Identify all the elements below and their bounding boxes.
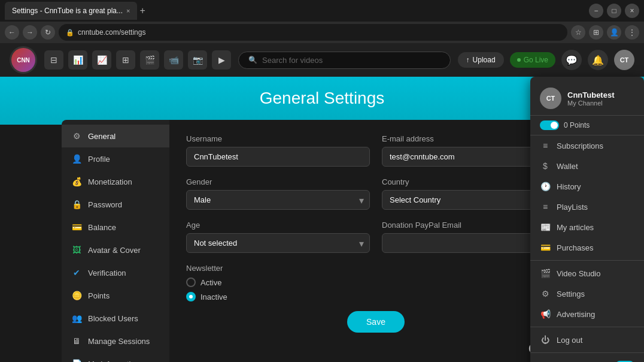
sidebar-item-sessions[interactable]: 🖥 Manage Sessions bbox=[62, 330, 169, 352]
tab-bar: Settings - CnnTube is a great pla... × +… bbox=[0, 0, 644, 22]
points-toggle[interactable] bbox=[540, 120, 559, 130]
sidebar-item-avatar[interactable]: 🖼 Avatar & Cover bbox=[62, 239, 169, 261]
dropdown-item-history[interactable]: 🕐 History bbox=[530, 176, 644, 197]
home-icon[interactable]: ⊟ bbox=[44, 50, 63, 70]
dropdown-item-settings[interactable]: ⚙ Settings bbox=[530, 283, 644, 304]
dropdown-item-purchases[interactable]: 💳 Purchases bbox=[530, 237, 644, 258]
dropdown-item-logout[interactable]: ⏻ Log out bbox=[530, 330, 644, 350]
avatar-icon: 🖼 bbox=[71, 245, 82, 255]
balance-icon: 💳 bbox=[71, 222, 82, 233]
grid-icon[interactable]: ⊞ bbox=[116, 50, 135, 70]
purchases-label: Purchases bbox=[557, 243, 593, 252]
settings-title: General Settings bbox=[260, 89, 385, 108]
sidebar-label-info: My Information bbox=[88, 360, 139, 363]
newsletter-inactive-option[interactable]: Inactive bbox=[186, 292, 566, 301]
dropdown-channel-label: My Channel bbox=[567, 99, 614, 107]
articles-label: My articles bbox=[557, 223, 594, 232]
dropdown-divider-3 bbox=[530, 352, 644, 353]
sidebar-label-avatar: Avatar & Cover bbox=[88, 246, 141, 255]
sidebar-item-password[interactable]: 🔒 Password bbox=[62, 193, 169, 216]
new-tab-button[interactable]: + bbox=[139, 5, 145, 16]
dropdown-item-advertising[interactable]: 📢 Advertising bbox=[530, 304, 644, 324]
purchases-icon: 💳 bbox=[540, 243, 551, 252]
form-group-age: Age Not selected bbox=[186, 221, 370, 253]
movies-icon[interactable]: 🎬 bbox=[140, 50, 159, 70]
username-input[interactable] bbox=[186, 147, 370, 167]
sidebar-label-monetization: Monetization bbox=[88, 177, 132, 186]
inactive-radio[interactable] bbox=[186, 292, 196, 301]
upload-button[interactable]: ↑ Upload bbox=[458, 52, 504, 68]
sidebar-item-points[interactable]: 🪙 Points bbox=[62, 284, 169, 307]
trending-icon[interactable]: 📈 bbox=[92, 50, 111, 70]
gender-select[interactable]: Male Female bbox=[186, 190, 370, 210]
gender-label: Gender bbox=[186, 177, 370, 186]
videos-icon[interactable]: 📹 bbox=[164, 50, 183, 70]
sidebar-item-verification[interactable]: ✔ Verification bbox=[62, 261, 169, 284]
form-row-gender-country: Gender Male Female Country Select bbox=[186, 177, 566, 210]
form-row-age-donation: Age Not selected Donation PayPal Email bbox=[186, 221, 566, 253]
settings-icon: ⚙ bbox=[540, 289, 551, 298]
minimize-icon[interactable]: − bbox=[589, 4, 603, 18]
active-radio[interactable] bbox=[186, 277, 196, 287]
newsletter-active-option[interactable]: Active bbox=[186, 277, 566, 287]
sidebar-item-blocked[interactable]: 👥 Blocked Users bbox=[62, 307, 169, 330]
sidebar-label-sessions: Manage Sessions bbox=[88, 337, 150, 346]
search-bar[interactable]: 🔍 Search for videos bbox=[238, 52, 451, 69]
extensions-icon[interactable]: ⊞ bbox=[589, 25, 603, 40]
site-header: CNN ⊟ 📊 📈 ⊞ 🎬 📹 📷 ▶ 🔍 Search for videos … bbox=[0, 43, 644, 77]
sidebar-item-monetization[interactable]: 💰 Monetization bbox=[62, 170, 169, 193]
dropdown-item-subscriptions[interactable]: ≡ Subscriptions bbox=[530, 135, 644, 156]
site-logo[interactable]: CNN bbox=[10, 46, 37, 74]
forward-button[interactable]: → bbox=[23, 25, 37, 40]
profile-icon[interactable]: 👤 bbox=[607, 25, 621, 40]
settings-sidebar: ⚙ General 👤 Profile 💰 Monetization 🔒 Pas… bbox=[62, 120, 169, 362]
dropdown-header: CT CnnTubetest My Channel bbox=[530, 82, 644, 116]
bookmark-icon[interactable]: ☆ bbox=[571, 25, 585, 40]
newsletter-label: Newsletter bbox=[186, 264, 566, 273]
reload-button[interactable]: ↻ bbox=[41, 25, 55, 40]
close-icon[interactable]: × bbox=[625, 4, 639, 18]
play-icon[interactable]: ▶ bbox=[212, 50, 231, 70]
address-bar[interactable]: 🔒 cnntube.com/settings bbox=[59, 24, 567, 41]
messages-button[interactable]: 💬 bbox=[561, 50, 582, 70]
user-avatar-button[interactable]: CT bbox=[614, 50, 634, 70]
live-button[interactable]: Go Live bbox=[510, 52, 555, 68]
user-dropdown-menu: CT CnnTubetest My Channel 0 Points ≡ Sub… bbox=[530, 77, 644, 362]
sidebar-label-password: Password bbox=[88, 200, 122, 209]
dropdown-item-articles[interactable]: 📰 My articles bbox=[530, 217, 644, 237]
save-button[interactable]: Save bbox=[347, 311, 405, 333]
more-icon[interactable]: ⋮ bbox=[625, 25, 639, 40]
camera-icon[interactable]: 📷 bbox=[188, 50, 207, 70]
stats-icon[interactable]: 📊 bbox=[68, 50, 87, 70]
dropdown-item-playlists[interactable]: ≡ PlayLists bbox=[530, 197, 644, 217]
sessions-icon: 🖥 bbox=[71, 336, 82, 346]
sidebar-item-general[interactable]: ⚙ General bbox=[62, 125, 169, 147]
sidebar-label-balance: Balance bbox=[88, 223, 116, 232]
gender-select-wrapper: Male Female bbox=[186, 190, 370, 210]
wallet-icon: $ bbox=[540, 161, 551, 171]
maximize-icon[interactable]: □ bbox=[607, 4, 621, 18]
dropdown-divider-1 bbox=[530, 260, 644, 261]
dropdown-item-video-studio[interactable]: 🎬 Video Studio bbox=[530, 263, 644, 283]
sidebar-label-blocked: Blocked Users bbox=[88, 314, 138, 323]
age-select[interactable]: Not selected bbox=[186, 233, 370, 253]
sidebar-label-general: General bbox=[88, 132, 116, 141]
notifications-button[interactable]: 🔔 bbox=[588, 50, 608, 70]
lock-icon: 🔒 bbox=[71, 199, 82, 210]
sidebar-item-balance[interactable]: 💳 Balance bbox=[62, 216, 169, 239]
form-row-username-email: Username E-mail address bbox=[186, 134, 566, 167]
sidebar-item-profile[interactable]: 👤 Profile bbox=[62, 147, 169, 170]
username-label: Username bbox=[186, 134, 370, 143]
info-icon: 📄 bbox=[71, 358, 82, 362]
sidebar-item-info[interactable]: 📄 My Information bbox=[62, 352, 169, 362]
verify-icon: ✔ bbox=[71, 267, 82, 278]
age-select-wrapper: Not selected bbox=[186, 233, 370, 253]
active-tab[interactable]: Settings - CnnTube is a great pla... × bbox=[5, 2, 137, 20]
back-button[interactable]: ← bbox=[5, 25, 19, 40]
newsletter-section: Newsletter Active Inactive bbox=[186, 264, 566, 301]
profile-icon: 👤 bbox=[71, 153, 82, 164]
dropdown-item-wallet[interactable]: $ Wallet bbox=[530, 156, 644, 176]
newsletter-radio-group: Active Inactive bbox=[186, 277, 566, 301]
playlists-label: PlayLists bbox=[557, 203, 588, 212]
tab-close-icon[interactable]: × bbox=[126, 7, 130, 14]
